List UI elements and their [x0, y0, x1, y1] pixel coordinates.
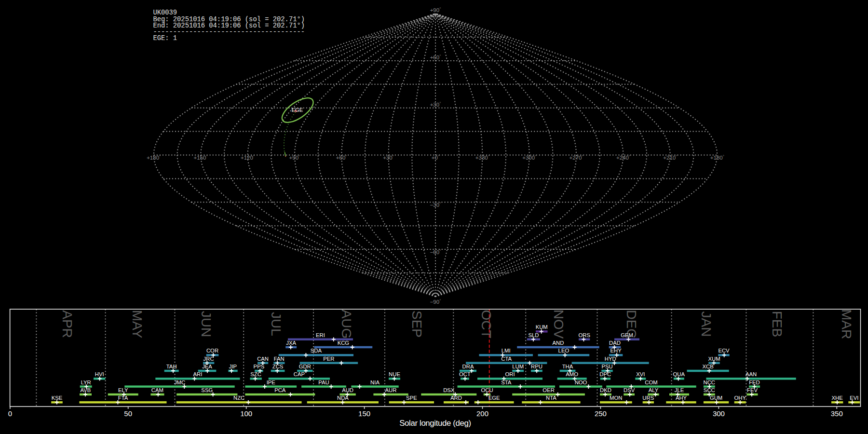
svg-text:AND: AND [553, 340, 564, 346]
svg-text:FEB: FEB [770, 311, 785, 337]
svg-text:DKD: DKD [600, 387, 611, 393]
svg-text:DAD: DAD [609, 340, 621, 346]
svg-text:+300°: +300° [522, 154, 536, 161]
svg-text:OHY: OHY [734, 395, 746, 401]
svg-text:FEV: FEV [747, 387, 758, 393]
svg-text:KSE: KSE [52, 395, 63, 401]
svg-text:250: 250 [595, 409, 607, 418]
svg-text:AHY: AHY [676, 395, 687, 401]
svg-text:ERI: ERI [316, 332, 325, 338]
svg-text:−60°: −60° [430, 249, 441, 255]
svg-text:AUD: AUD [342, 387, 353, 393]
svg-text:NCC: NCC [704, 380, 715, 385]
svg-text:MON: MON [610, 395, 622, 401]
svg-text:OCT: OCT [479, 310, 494, 338]
svg-text:GEM: GEM [621, 332, 633, 338]
svg-text:+180°: +180° [147, 154, 161, 161]
svg-text:NIA: NIA [370, 380, 380, 385]
svg-text:TAH: TAH [166, 364, 177, 369]
svg-text:LMI: LMI [502, 348, 511, 353]
svg-text:EHY: EHY [610, 348, 622, 353]
svg-text:−90°: −90° [430, 298, 441, 305]
svg-text:+330°: +330° [475, 154, 489, 161]
svg-text:MAY: MAY [130, 310, 145, 339]
svg-text:+150°: +150° [194, 154, 208, 161]
svg-text:JAN: JAN [699, 312, 714, 337]
svg-text:ARD: ARD [450, 395, 462, 401]
svg-text:NZC: NZC [233, 395, 244, 401]
svg-text:EGE: 1: EGE: 1 [153, 35, 177, 42]
svg-text:ALY: ALY [649, 387, 659, 393]
svg-text:SSG: SSG [201, 387, 213, 393]
svg-text:EGE: EGE [291, 107, 303, 113]
svg-text:SZC: SZC [250, 371, 261, 377]
svg-text:350: 350 [831, 409, 843, 418]
svg-text:EGE: EGE [488, 395, 500, 401]
svg-text:−30°: −30° [430, 202, 441, 208]
svg-text:SEP: SEP [409, 311, 424, 338]
svg-text:Solar longitude (deg): Solar longitude (deg) [399, 419, 471, 428]
svg-text:COR: COR [206, 348, 218, 353]
svg-text:300: 300 [713, 409, 725, 418]
svg-text:ORI: ORI [505, 371, 515, 377]
svg-text:SDA: SDA [311, 348, 322, 353]
svg-text:PAU: PAU [318, 380, 329, 385]
svg-text:CAP: CAP [294, 371, 305, 377]
svg-text:FED: FED [749, 380, 760, 385]
svg-text:NOV: NOV [551, 310, 566, 339]
svg-text:PER: PER [323, 356, 334, 362]
svg-text:SPE: SPE [406, 395, 417, 401]
svg-text:LEO: LEO [558, 348, 570, 353]
svg-text:NUE: NUE [389, 371, 400, 377]
svg-text:AUG: AUG [339, 310, 354, 339]
svg-text:JMC: JMC [174, 380, 185, 385]
svg-text:150: 150 [358, 409, 370, 418]
svg-text:+180°: +180° [710, 154, 724, 161]
svg-text:GDR: GDR [299, 364, 311, 369]
svg-text:NDA: NDA [337, 395, 349, 401]
svg-text:FTA: FTA [118, 395, 128, 401]
svg-text:ARI: ARI [193, 371, 202, 377]
svg-text:JLE: JLE [675, 387, 684, 393]
svg-text:CAN: CAN [257, 356, 269, 362]
svg-text:+270°: +270° [570, 154, 583, 161]
svg-text:PPS: PPS [254, 364, 265, 369]
svg-text:GUM: GUM [710, 395, 722, 401]
svg-text:+60°: +60° [430, 54, 441, 60]
svg-text:JUN: JUN [199, 311, 214, 337]
svg-text:XUM: XUM [708, 356, 720, 362]
svg-text:0: 0 [8, 409, 12, 418]
svg-text:IPE: IPE [267, 380, 276, 385]
svg-text:+90°: +90° [430, 7, 441, 13]
svg-text:COM: COM [645, 380, 657, 385]
svg-text:ELY: ELY [118, 387, 128, 393]
svg-text:JXA: JXA [286, 340, 296, 346]
svg-text:KUM: KUM [536, 324, 548, 330]
svg-text:ZCS: ZCS [272, 364, 284, 369]
svg-text:PSU: PSU [601, 364, 612, 369]
svg-text:DSX: DSX [443, 387, 455, 393]
svg-text:LYR: LYR [81, 380, 91, 385]
svg-text:AVB: AVB [81, 387, 91, 393]
svg-text:KCG: KCG [338, 340, 349, 346]
svg-text:ECV: ECV [718, 348, 730, 353]
svg-text:XHE: XHE [832, 395, 843, 401]
svg-text:DPC: DPC [599, 371, 611, 377]
svg-text:EVI: EVI [850, 395, 858, 401]
svg-text:DSV: DSV [624, 387, 635, 393]
svg-text:APR: APR [60, 310, 75, 338]
svg-text:OCT: OCT [459, 371, 471, 377]
svg-text:THA: THA [562, 364, 573, 369]
svg-text:URS: URS [642, 395, 654, 401]
svg-text:AMO: AMO [566, 371, 578, 377]
svg-text:XVI: XVI [636, 371, 645, 377]
svg-text:SCC: SCC [704, 387, 715, 393]
svg-text:+30°: +30° [383, 154, 394, 161]
svg-text:MAR: MAR [839, 309, 854, 339]
svg-text:CAM: CAM [151, 387, 163, 393]
svg-text:NTA: NTA [546, 395, 556, 401]
svg-text:JUL: JUL [269, 312, 284, 336]
svg-text:LUM: LUM [512, 364, 524, 369]
svg-text:QUA: QUA [673, 371, 685, 377]
svg-text:JEA: JEA [202, 364, 212, 369]
